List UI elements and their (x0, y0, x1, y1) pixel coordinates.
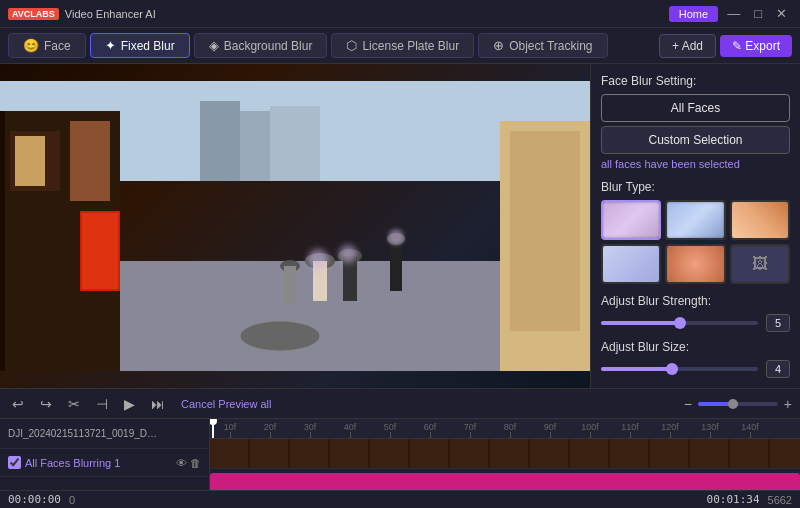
tab-fixed-blur[interactable]: ✦ Fixed Blur (90, 33, 190, 58)
tab-face[interactable]: 😊 Face (8, 33, 86, 58)
fixed-blur-icon: ✦ (105, 38, 116, 53)
svg-rect-1 (200, 101, 240, 181)
effect-name-label: All Faces Blurring 1 (25, 457, 120, 469)
blur-type-label: Blur Type: (601, 180, 790, 194)
object-tracking-icon: ⊕ (493, 38, 504, 53)
zoom-in-button[interactable]: + (784, 396, 792, 412)
background-blur-icon: ◈ (209, 38, 219, 53)
window-controls: Home — □ ✕ (669, 6, 792, 22)
zoom-out-button[interactable]: − (684, 396, 692, 412)
tab-background-blur[interactable]: ◈ Background Blur (194, 33, 328, 58)
video-label-row: DJI_20240215113721_0019_D.MP4 (8, 428, 201, 439)
svg-rect-3 (270, 106, 320, 181)
effect-track[interactable] (210, 469, 800, 490)
skip-end-button[interactable]: ⏭ (147, 397, 169, 411)
blur-size-fill (601, 367, 672, 371)
blur-strength-value: 5 (766, 314, 790, 332)
app-logo: AVCLABS Video Enhancer AI (8, 8, 156, 20)
tab-object-tracking[interactable]: ⊕ Object Tracking (478, 33, 607, 58)
blur-type-grid: 🖼 (601, 200, 790, 284)
delete-track-button[interactable]: 🗑 (190, 457, 201, 469)
tab-license-plate[interactable]: ⬡ License Plate Blur (331, 33, 474, 58)
blur-strength-row: 5 (601, 314, 790, 332)
blur-type-4[interactable] (601, 244, 661, 284)
ruler-tick-60f: 60f (410, 422, 450, 438)
svg-point-13 (240, 321, 320, 351)
cancel-preview-button[interactable]: Cancel Preview all (181, 398, 271, 410)
blur-size-track[interactable] (601, 367, 758, 371)
blur-size-label: Adjust Blur Size: (601, 340, 790, 354)
logo-badge: AVCLABS (8, 8, 59, 20)
ruler-tick-120f: 120f (650, 422, 690, 438)
video-track[interactable] (210, 439, 800, 469)
timecode-end: 00:01:34 (707, 493, 760, 506)
face-blur-label: Face Blur Setting: (601, 74, 790, 88)
custom-selection-button[interactable]: Custom Selection (601, 126, 790, 154)
blur-type-1[interactable] (601, 200, 661, 240)
blur-type-2[interactable] (665, 200, 725, 240)
ruler-tick-130f: 130f (690, 422, 730, 438)
zoom-fill (698, 402, 730, 406)
all-faces-button[interactable]: All Faces (601, 94, 790, 122)
ruler-tick-10f: 10f (210, 422, 250, 438)
frame-start: 0 (69, 494, 75, 506)
split-button[interactable]: ⊣ (92, 397, 112, 411)
blur-strength-section: Adjust Blur Strength: 5 (601, 294, 790, 332)
blur-type-3[interactable] (730, 200, 790, 240)
blur-strength-thumb[interactable] (674, 317, 686, 329)
timeline-ruler: 10f 20f 30f 40f 50f 60f 70f 80f 90f 100f… (210, 419, 800, 439)
video-preview[interactable] (0, 64, 590, 388)
blur-strength-track[interactable] (601, 321, 758, 325)
svg-rect-22 (390, 241, 402, 291)
ruler-ticks: 10f 20f 30f 40f 50f 60f 70f 80f 90f 100f… (210, 419, 770, 438)
undo-button[interactable]: ↩ (8, 397, 28, 411)
redo-button[interactable]: ↪ (36, 397, 56, 411)
main-content: Face Blur Setting: All Faces Custom Sele… (0, 64, 800, 388)
ruler-tick-90f: 90f (530, 422, 570, 438)
blur-type-6[interactable]: 🖼 (730, 244, 790, 284)
blur-size-thumb[interactable] (666, 363, 678, 375)
ruler-tick-40f: 40f (330, 422, 370, 438)
blur-size-row: 4 (601, 360, 790, 378)
blur-strength-fill (601, 321, 680, 325)
license-plate-icon: ⬡ (346, 38, 357, 53)
timeline-tracks: DJI_20240215113721_0019_D.MP4 All Faces … (0, 419, 800, 490)
export-button[interactable]: ✎ Export (720, 35, 792, 57)
svg-point-21 (339, 245, 357, 263)
effect-checkbox[interactable] (8, 456, 21, 469)
video-track-label: DJI_20240215113721_0019_D.MP4 (0, 419, 209, 449)
playhead[interactable] (212, 419, 214, 438)
video-scene (0, 64, 590, 388)
timecode-start: 00:00:00 (8, 493, 61, 506)
tab-fixed-blur-label: Fixed Blur (121, 39, 175, 53)
ruler-tick-50f: 50f (370, 422, 410, 438)
minimize-button[interactable]: — (722, 7, 745, 20)
app-title: Video Enhancer AI (65, 8, 156, 20)
zoom-thumb[interactable] (728, 399, 738, 409)
play-button[interactable]: ▶ (120, 397, 139, 411)
tabbar: 😊 Face ✦ Fixed Blur ◈ Background Blur ⬡ … (0, 28, 800, 64)
face-icon: 😊 (23, 38, 39, 53)
svg-rect-9 (70, 121, 110, 201)
right-panel: Face Blur Setting: All Faces Custom Sele… (590, 64, 800, 388)
ruler-tick-20f: 20f (250, 422, 290, 438)
zoom-controls: − + (684, 396, 792, 412)
track-icon-group: 👁 🗑 (176, 457, 201, 469)
ruler-tick-30f: 30f (290, 422, 330, 438)
ruler-tick-140f: 140f (730, 422, 770, 438)
home-button[interactable]: Home (669, 6, 718, 22)
blur-size-section: Adjust Blur Size: 4 (601, 340, 790, 378)
tab-object-tracking-label: Object Tracking (509, 39, 592, 53)
visibility-toggle[interactable]: 👁 (176, 457, 187, 469)
track-labels: DJI_20240215113721_0019_D.MP4 All Faces … (0, 419, 210, 490)
zoom-slider[interactable] (698, 402, 778, 406)
add-button[interactable]: + Add (659, 34, 716, 58)
close-button[interactable]: ✕ (771, 7, 792, 20)
maximize-button[interactable]: □ (749, 7, 767, 20)
blur-type-5[interactable] (665, 244, 725, 284)
face-blur-section: Face Blur Setting: All Faces Custom Sele… (601, 74, 790, 170)
ruler-tick-110f: 110f (610, 422, 650, 438)
cut-button[interactable]: ✂ (64, 397, 84, 411)
svg-rect-19 (284, 266, 296, 304)
effect-label-row: All Faces Blurring 1 👁 🗑 (0, 449, 209, 477)
